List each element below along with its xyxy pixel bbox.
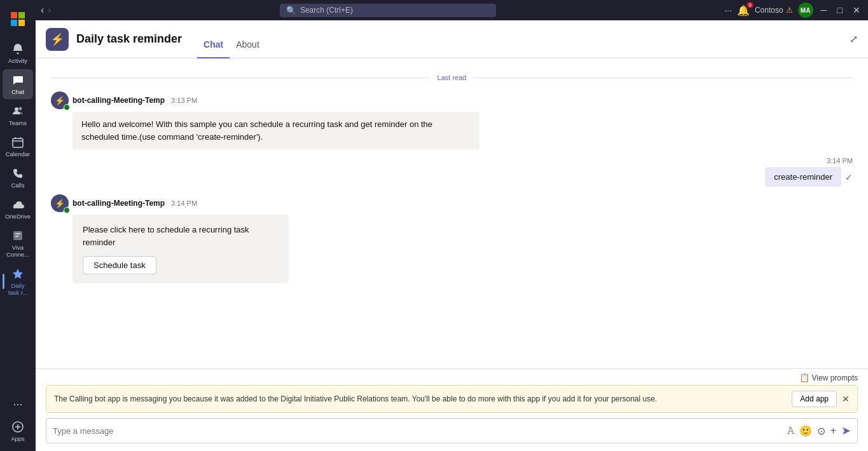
svg-rect-2 <box>11 20 17 26</box>
bot-online-badge-2 <box>64 207 70 213</box>
send-button[interactable]: ➤ <box>841 424 851 438</box>
sidebar-item-teams-label: Teams <box>9 119 27 126</box>
sidebar-top: Activity Chat Teams <box>3 38 33 300</box>
sidebar-item-activity[interactable]: Activity <box>3 38 33 68</box>
gif-icon[interactable]: ⊙ <box>817 425 825 437</box>
sidebar-bottom: ··· Apps <box>3 393 33 446</box>
notification-banner-text: The Calling bot app is messaging you bec… <box>54 393 787 405</box>
add-app-button[interactable]: Add app <box>792 391 837 407</box>
sidebar-item-chat-label: Chat <box>11 88 24 95</box>
sidebar-item-more[interactable]: ··· <box>3 393 33 415</box>
svg-rect-8 <box>15 233 20 234</box>
last-read-divider: Last read <box>51 74 853 81</box>
chat-container: ⚡ Daily task reminder Chat About ⤢ Last … <box>36 20 868 451</box>
sidebar-item-daily-task[interactable]: Daily task r... <box>3 263 33 300</box>
bot-sender-name-1: bot-calling-Meeting-Temp <box>72 96 165 105</box>
main-area: ‹ › 🔍 Search (Ctrl+E) ··· 🔔 9 Contoso ⚠ … <box>36 0 868 451</box>
close-banner-button[interactable]: ✕ <box>842 394 850 404</box>
sidebar-item-chat[interactable]: Chat <box>3 69 33 99</box>
sidebar-item-daily-task-label: Daily task r... <box>5 282 31 296</box>
titlebar: ‹ › 🔍 Search (Ctrl+E) ··· 🔔 9 Contoso ⚠ … <box>36 0 868 20</box>
format-icon[interactable]: 𝙰 <box>787 425 794 436</box>
message-check-icon: ✓ <box>845 172 853 182</box>
svg-rect-6 <box>13 138 23 147</box>
more-icon: ··· <box>11 397 25 411</box>
user-message-group: 3:14 PM create-reminder ✓ <box>51 157 853 187</box>
view-prompts-row: 📋 View prompts <box>36 369 868 385</box>
bot-sender-name-2: bot-calling-Meeting-Temp <box>72 199 165 208</box>
bot-card: Please click here to schedule a recurrin… <box>72 215 289 283</box>
emoji-icon[interactable]: 🙂 <box>799 425 812 437</box>
minimize-button[interactable]: ─ <box>818 5 830 15</box>
viva-icon <box>11 229 25 243</box>
search-placeholder: Search (Ctrl+E) <box>300 6 353 15</box>
message-toolbar: 𝙰 🙂 ⊙ + ➤ <box>787 424 851 438</box>
user-bubble: create-reminder <box>765 167 841 187</box>
svg-rect-0 <box>11 12 17 18</box>
sidebar-item-apps[interactable]: Apps <box>3 416 33 446</box>
sidebar-item-teams[interactable]: Teams <box>3 100 33 130</box>
message-input-row: 𝙰 🙂 ⊙ + ➤ <box>46 418 858 443</box>
bot-message-1-text: Hello and welcome! With this sample you … <box>81 119 432 142</box>
nav-back-button[interactable]: ‹ <box>41 4 44 16</box>
bot-avatar-1: ⚡ <box>51 91 69 109</box>
prompts-icon: 📋 <box>799 373 809 382</box>
bot-sender-row-1: ⚡ bot-calling-Meeting-Temp 3:13 PM <box>51 91 853 109</box>
svg-point-5 <box>19 107 22 111</box>
chat-header-right: ⤢ <box>850 33 858 45</box>
messages-area: Last read ⚡ bot-calling-Meeting-Temp 3:1… <box>36 58 868 368</box>
sidebar-item-apps-label: Apps <box>11 435 25 442</box>
expand-icon[interactable]: ⤢ <box>850 34 858 44</box>
view-prompts-label: View prompts <box>812 374 858 382</box>
schedule-task-button[interactable]: Schedule task <box>83 256 156 274</box>
contoso-label[interactable]: Contoso ⚠ <box>755 6 793 15</box>
close-button[interactable]: ✕ <box>850 5 863 15</box>
chat-app-icon: ⚡ <box>46 28 69 51</box>
chat-tabs: Chat About <box>197 20 266 58</box>
sidebar-item-calendar[interactable]: Calendar <box>3 131 33 161</box>
bot-online-badge <box>64 104 70 111</box>
bot-message-2-time: 3:14 PM <box>171 199 197 207</box>
tab-about[interactable]: About <box>230 39 266 58</box>
user-avatar[interactable]: MA <box>798 3 813 18</box>
bot-sender-row-2: ⚡ bot-calling-Meeting-Temp 3:14 PM <box>51 194 853 212</box>
warning-icon: ⚠ <box>786 6 793 15</box>
bot-bubble-row-2: Please click here to schedule a recurrin… <box>72 215 853 283</box>
tab-chat[interactable]: Chat <box>197 39 230 58</box>
ms-logo <box>8 9 28 29</box>
daily-task-icon <box>11 267 25 281</box>
nav-forward-button[interactable]: › <box>48 4 51 16</box>
titlebar-left: ‹ › <box>41 4 52 16</box>
user-message-time: 3:14 PM <box>827 157 853 165</box>
maximize-button[interactable]: □ <box>835 5 845 15</box>
chat-title: Daily task reminder <box>76 32 182 46</box>
last-read-label: Last read <box>437 74 467 81</box>
more-options-icon[interactable]: ··· <box>724 5 732 15</box>
chat-header: ⚡ Daily task reminder Chat About ⤢ <box>36 20 868 58</box>
bottom-area: 📋 View prompts The Calling bot app is me… <box>36 368 868 451</box>
teams-icon <box>11 104 25 118</box>
titlebar-right: ··· 🔔 9 Contoso ⚠ MA ─ □ ✕ <box>724 3 863 18</box>
bot-avatar-2: ⚡ <box>51 194 69 212</box>
sidebar-item-onedrive[interactable]: OneDrive <box>3 194 33 224</box>
sidebar-item-activity-label: Activity <box>8 57 27 64</box>
user-message-text: create-reminder <box>774 172 832 182</box>
sidebar: Activity Chat Teams <box>0 0 36 451</box>
bot-message-group-2: ⚡ bot-calling-Meeting-Temp 3:14 PM Pleas… <box>51 194 853 283</box>
svg-rect-9 <box>15 236 18 237</box>
apps-icon <box>11 420 25 434</box>
view-prompts-button[interactable]: 📋 View prompts <box>799 373 858 382</box>
activity-icon <box>11 42 25 56</box>
divider-left <box>51 77 430 78</box>
notification-bell[interactable]: 🔔 9 <box>737 4 750 17</box>
onedrive-icon <box>11 198 25 212</box>
message-input[interactable] <box>53 426 782 436</box>
sidebar-item-calls[interactable]: Calls <box>3 163 33 192</box>
svg-rect-3 <box>18 20 25 26</box>
search-bar[interactable]: 🔍 Search (Ctrl+E) <box>280 4 496 17</box>
bot-message-1-time: 3:13 PM <box>171 97 197 104</box>
attach-icon[interactable]: + <box>830 425 836 436</box>
notification-badge: 9 <box>747 2 754 8</box>
sidebar-item-viva[interactable]: Viva Conne... <box>3 225 33 262</box>
chat-icon <box>11 73 25 87</box>
